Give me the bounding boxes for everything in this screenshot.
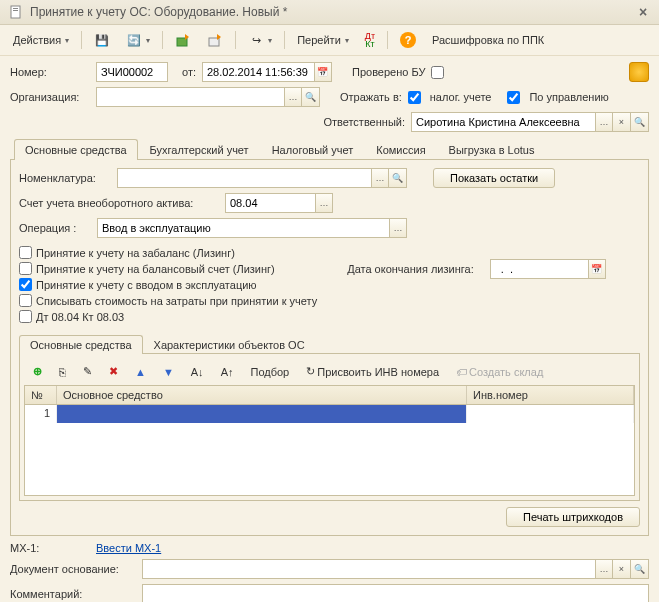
print-barcodes-button[interactable]: Печать штрихкодов xyxy=(506,507,640,527)
warehouse-icon: 🏷 xyxy=(456,366,467,378)
tab-lotus[interactable]: Выгрузка в Lotus xyxy=(438,139,546,160)
col-num[interactable]: № xyxy=(25,386,57,404)
account-input[interactable] xyxy=(225,193,315,213)
save-button[interactable]: 💾 xyxy=(87,29,117,51)
goto-button[interactable]: Перейти ▾ xyxy=(290,31,356,49)
responsible-input[interactable] xyxy=(411,112,595,132)
move-up-button[interactable]: ▲ xyxy=(128,363,153,381)
doc-basis-label: Документ основание: xyxy=(10,563,136,575)
reflect-label: Отражать в: xyxy=(340,91,402,103)
doc-basis-clear-button[interactable]: × xyxy=(613,559,631,579)
grid-body[interactable]: 1 xyxy=(25,405,634,495)
doc-basis-open-button[interactable]: 🔍 xyxy=(631,559,649,579)
copy-row-button[interactable]: ⎘ xyxy=(52,363,73,381)
decode-button[interactable]: Расшифровка по ППК xyxy=(425,31,551,49)
separator xyxy=(81,31,82,49)
chevron-down-icon: ▾ xyxy=(65,36,69,45)
org-input[interactable] xyxy=(96,87,284,107)
subtab-assets[interactable]: Основные средства xyxy=(19,335,143,354)
nomen-select-button[interactable]: … xyxy=(371,168,389,188)
actions-label: Действия xyxy=(13,34,61,46)
refresh-button[interactable]: 🔄▾ xyxy=(119,29,157,51)
separator xyxy=(235,31,236,49)
tab-content: Номенклатура: … 🔍 Показать остатки Счет … xyxy=(10,160,649,536)
unpost-button[interactable] xyxy=(200,29,230,51)
plus-icon: ⊕ xyxy=(33,365,42,378)
from-label: от: xyxy=(182,66,196,78)
main-toolbar: Действия ▾ 💾 🔄▾ ↪▾ Перейти ▾ ДтКт ? Расш… xyxy=(0,25,659,56)
refresh-icon: ↻ xyxy=(306,365,315,378)
actions-menu[interactable]: Действия ▾ xyxy=(6,31,76,49)
status-indicator[interactable] xyxy=(629,62,649,82)
tab-commission[interactable]: Комиссия xyxy=(365,139,436,160)
sort-asc-button[interactable]: A↓ xyxy=(184,363,211,381)
org-select-button[interactable]: … xyxy=(284,87,302,107)
responsible-label: Ответственный: xyxy=(323,116,405,128)
nomen-label: Номенклатура: xyxy=(19,172,111,184)
pick-button[interactable]: Подбор xyxy=(243,363,296,381)
comment-label: Комментарий: xyxy=(10,588,136,600)
responsible-select-button[interactable]: … xyxy=(595,112,613,132)
chk-dtkt[interactable] xyxy=(19,310,32,323)
sort-desc-button[interactable]: A↑ xyxy=(214,363,241,381)
fill-button[interactable]: ↪▾ xyxy=(241,29,279,51)
chk-writeoff[interactable] xyxy=(19,294,32,307)
copy-icon: ⎘ xyxy=(59,366,66,378)
down-icon: ▼ xyxy=(163,366,174,378)
dtkt-button[interactable]: ДтКт xyxy=(358,29,382,51)
number-label: Номер: xyxy=(10,66,90,78)
chk-offbalance[interactable] xyxy=(19,246,32,259)
post-button[interactable] xyxy=(168,29,198,51)
svg-rect-0 xyxy=(11,6,20,18)
chk-commission[interactable] xyxy=(19,278,32,291)
col-asset[interactable]: Основное средство xyxy=(57,386,467,404)
delete-row-button[interactable]: ✖ xyxy=(102,362,125,381)
post-icon xyxy=(175,32,191,48)
add-row-button[interactable]: ⊕ xyxy=(26,362,49,381)
operation-select-button[interactable]: … xyxy=(389,218,407,238)
chk-balance[interactable] xyxy=(19,262,32,275)
decode-label: Расшифровка по ППК xyxy=(432,34,544,46)
assign-button[interactable]: ↻ Присвоить ИНВ номера xyxy=(299,362,446,381)
window-title: Принятие к учету ОС: Оборудование. Новый… xyxy=(30,5,287,19)
tab-accounting[interactable]: Бухгалтерский учет xyxy=(139,139,260,160)
number-input[interactable] xyxy=(96,62,168,82)
nomen-open-button[interactable]: 🔍 xyxy=(389,168,407,188)
cell-asset[interactable] xyxy=(57,405,467,423)
sort-asc-icon: A↓ xyxy=(191,366,204,378)
leasing-calendar-button[interactable]: 📅 xyxy=(588,259,606,279)
close-icon[interactable]: × xyxy=(635,4,651,20)
comment-input[interactable] xyxy=(142,584,649,602)
show-balances-button[interactable]: Показать остатки xyxy=(433,168,555,188)
cell-num: 1 xyxy=(25,405,57,423)
mx1-link[interactable]: Ввести МХ-1 xyxy=(96,542,161,554)
assets-grid: № Основное средство Инв.номер 1 xyxy=(24,385,635,496)
date-input[interactable] xyxy=(202,62,314,82)
verified-checkbox[interactable] xyxy=(431,66,444,79)
verified-label: Проверено БУ xyxy=(352,66,425,78)
create-warehouse-button[interactable]: 🏷 Создать склад xyxy=(449,363,550,381)
tax-checkbox[interactable] xyxy=(408,91,421,104)
doc-icon xyxy=(8,4,24,20)
mgmt-checkbox[interactable] xyxy=(507,91,520,104)
doc-basis-input[interactable] xyxy=(142,559,595,579)
edit-row-button[interactable]: ✎ xyxy=(76,362,99,381)
tab-tax[interactable]: Налоговый учет xyxy=(261,139,365,160)
responsible-clear-button[interactable]: × xyxy=(613,112,631,132)
calendar-button[interactable]: 📅 xyxy=(314,62,332,82)
tab-assets[interactable]: Основные средства xyxy=(14,139,138,160)
col-inv[interactable]: Инв.номер xyxy=(467,386,634,404)
nomen-input[interactable] xyxy=(117,168,371,188)
responsible-open-button[interactable]: 🔍 xyxy=(631,112,649,132)
help-button[interactable]: ? xyxy=(393,29,423,51)
account-select-button[interactable]: … xyxy=(315,193,333,213)
leasing-end-label: Дата окончания лизинга: xyxy=(347,263,474,275)
org-open-button[interactable]: 🔍 xyxy=(302,87,320,107)
assign-label: Присвоить ИНВ номера xyxy=(317,366,439,378)
leasing-end-input[interactable] xyxy=(490,259,588,279)
operation-input[interactable] xyxy=(97,218,389,238)
move-down-button[interactable]: ▼ xyxy=(156,363,181,381)
doc-basis-select-button[interactable]: … xyxy=(595,559,613,579)
subtab-chars[interactable]: Характеристики объектов ОС xyxy=(143,335,316,354)
table-row[interactable]: 1 xyxy=(25,405,634,423)
